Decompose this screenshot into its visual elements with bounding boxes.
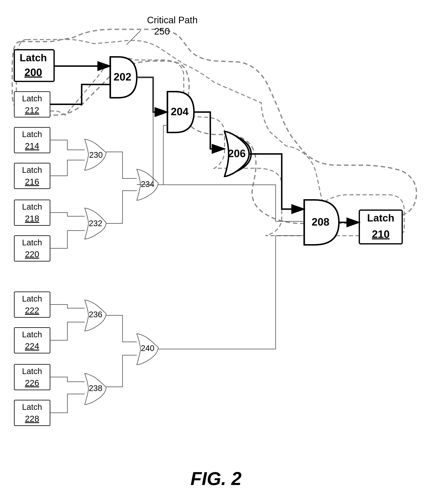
latch224-number: 224 (25, 341, 39, 351)
latch222-label: Latch (22, 294, 42, 303)
latch222-number: 222 (25, 306, 39, 315)
wire-214-230 (50, 140, 85, 150)
latch200-label: Latch (20, 52, 47, 63)
critical-path-label: Critical Path (147, 15, 198, 25)
gate204-label: 204 (171, 106, 189, 117)
latch224-label: Latch (22, 330, 42, 339)
latch228-label: Latch (22, 403, 42, 412)
latch220-label: Latch (22, 238, 42, 247)
wire-222-236 (50, 305, 85, 308)
wire-218-232 (50, 213, 85, 216)
wire-226-238 (50, 377, 85, 382)
latch228-number: 228 (25, 414, 39, 423)
latch216-label: Latch (22, 165, 42, 174)
latch218-number: 218 (25, 214, 39, 223)
wire-240-208 (158, 236, 304, 349)
wire-206-208 (249, 154, 304, 209)
wire-228-238 (50, 394, 85, 413)
gate230-label: 230 (89, 150, 103, 159)
figure-label: FIG. 2 (191, 468, 241, 489)
critical-path-line (127, 30, 141, 45)
latch226-label: Latch (22, 367, 42, 376)
latch214-label: Latch (22, 130, 42, 139)
gate202-label: 202 (114, 71, 132, 83)
latch210-number: 210 (372, 228, 390, 240)
gate236-label: 236 (89, 310, 103, 319)
wire-224-236 (50, 322, 85, 340)
latch212-number: 212 (25, 105, 39, 115)
wire-238-240 (106, 355, 137, 387)
latch214-number: 214 (25, 141, 39, 151)
gate238-label: 238 (89, 384, 103, 393)
wire-236-240 (106, 315, 137, 342)
gate234-label: 234 (141, 180, 155, 189)
gate208-label: 208 (312, 216, 329, 228)
gate240-label: 240 (141, 344, 155, 353)
critical-path-dashed (12, 29, 416, 224)
diagram-container: Critical Path 250 Latch 200 Latch 212 La… (0, 0, 432, 504)
latch220-number: 220 (25, 250, 39, 259)
latch200-number: 200 (25, 66, 42, 78)
gate206-label: 206 (228, 147, 246, 159)
wire-232-234 (106, 191, 137, 224)
wire-212-202 (50, 85, 110, 104)
latch218-label: Latch (22, 202, 42, 211)
latch226-number: 226 (25, 378, 39, 388)
wire-202-234 (137, 77, 153, 185)
critical-path-number: 250 (154, 26, 170, 36)
wire-220-232 (50, 231, 85, 248)
wire-202-204 (137, 77, 168, 112)
wire-216-230 (50, 160, 85, 176)
latch216-number: 216 (25, 177, 39, 187)
svg-point-2 (16, 31, 302, 248)
gate232-label: 232 (89, 219, 103, 228)
latch210-label: Latch (367, 212, 394, 224)
wire-234-204 (158, 126, 168, 185)
wire-230-234 (106, 152, 137, 179)
latch212-label: Latch (22, 94, 42, 103)
